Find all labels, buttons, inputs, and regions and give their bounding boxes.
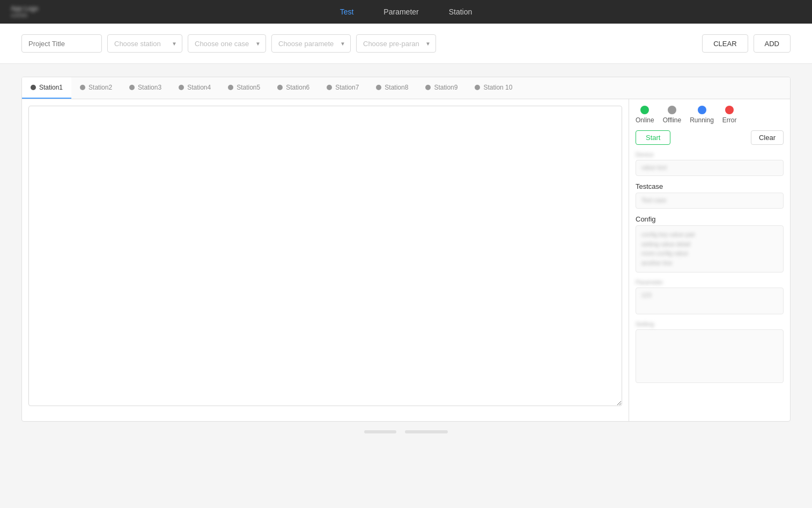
nav-test[interactable]: Test [336,5,358,18]
second-section: Setting [636,321,784,383]
station-tab-3[interactable]: Station3 [121,77,170,99]
panel-body: Online Offline Running Error [22,99,790,421]
log-textarea[interactable] [28,106,622,406]
toolbar: Choose station ▼ Choose one case ▼ Choos… [0,24,812,64]
parameter-section: Parameter 123 [636,279,784,314]
config-line3: more config value [641,249,778,259]
tab-dot-5 [228,85,233,90]
nav-station[interactable]: Station [445,5,477,18]
parameter-select[interactable]: Choose paramete [271,34,351,53]
tab-dot-3 [129,85,135,90]
station-tabs: Station1 Station2 Station3 Station4 Stat… [22,77,790,99]
device-value: value text [636,160,784,176]
tab-dot-10 [475,85,480,90]
offline-label: Offline [663,116,681,124]
preparam-select[interactable]: Choose pre-paran [356,34,436,53]
station-tab-6[interactable]: Station6 [269,77,318,99]
project-title-input[interactable] [21,34,102,53]
status-online: Online [636,106,654,124]
parameter-select-wrapper: Choose paramete ▼ [271,34,351,53]
testcase-value: Test case [636,193,784,209]
parameter-label: Parameter [636,279,784,285]
station-tab-5[interactable]: Station5 [219,77,269,99]
station-select-wrapper: Choose station ▼ [107,34,182,53]
station-tab-label-6: Station6 [286,84,309,91]
footer-hint [21,422,791,442]
testcase-value-text: Test case [641,197,666,203]
tab-dot-7 [327,85,332,90]
error-dot [725,106,734,114]
config-line4: another line [641,259,778,268]
station-tab-label-10: Station 10 [483,84,512,91]
station-tab-label-7: Station7 [335,84,359,91]
start-button[interactable]: Start [636,130,670,145]
tab-dot-6 [277,85,283,90]
main-content: Station1 Station2 Station3 Station4 Stat… [0,64,812,455]
case-select-wrapper: Choose one case ▼ [188,34,266,53]
device-section: Device value text [636,151,784,176]
station-tab-7[interactable]: Station7 [318,77,367,99]
station-tab-label-5: Station5 [237,84,260,91]
add-button[interactable]: ADD [754,34,791,53]
tab-dot-2 [80,85,85,90]
action-row: Start Clear [636,130,784,145]
station-tab-label-3: Station3 [138,84,161,91]
status-error: Error [722,106,737,124]
tab-dot-9 [425,85,431,90]
second-value [636,329,784,383]
device-label: Device [636,151,784,158]
testcase-section: Testcase Test case [636,182,784,209]
preparam-select-wrapper: Choose pre-paran ▼ [356,34,436,53]
status-running: Running [690,106,714,124]
running-label: Running [690,116,714,124]
nav-parameter[interactable]: Parameter [379,5,423,18]
station-tab-label-2: Station2 [88,84,112,91]
logo-line1: App Logo [11,5,38,12]
control-panel: Online Offline Running Error [629,99,790,421]
tab-dot-1 [31,85,36,90]
station-tab-2[interactable]: Station2 [71,77,121,99]
log-area [22,99,629,421]
online-label: Online [636,116,654,124]
station-tab-1[interactable]: Station1 [22,77,71,99]
status-offline: Offline [663,106,681,124]
config-section: Config config key value pair setting val… [636,215,784,273]
hint-bar-2 [405,430,448,433]
case-select[interactable]: Choose one case [188,34,266,53]
station-tab-4[interactable]: Station4 [170,77,219,99]
station-tab-label-9: Station9 [434,84,457,91]
top-nav: App Logo subtitle Test Parameter Station [0,0,812,24]
tab-dot-4 [179,85,184,90]
station-tab-8[interactable]: Station8 [367,77,417,99]
station-tab-10[interactable]: Station 10 [466,77,521,99]
testcase-label: Testcase [636,182,784,190]
tab-dot-8 [376,85,381,90]
config-line1: config key value pair [641,230,778,240]
running-dot [698,106,706,114]
station-tab-9[interactable]: Station9 [417,77,466,99]
station-select[interactable]: Choose station [107,34,182,53]
offline-dot [668,106,676,114]
logo-area: App Logo subtitle [11,5,38,19]
parameter-value: 123 [636,288,784,314]
station-tab-label-4: Station4 [187,84,211,91]
hint-bar-1 [364,430,396,433]
error-label: Error [722,116,737,124]
config-value: config key value pair setting value deta… [636,225,784,273]
logo-line2: subtitle [11,12,38,19]
second-label: Setting [636,321,784,327]
status-row: Online Offline Running Error [636,106,784,124]
device-value-text: value text [641,164,667,171]
online-dot [640,106,649,114]
config-label: Config [636,215,784,223]
small-clear-button[interactable]: Clear [751,130,784,145]
clear-button[interactable]: CLEAR [702,34,748,53]
station-tab-label-1: Station1 [39,84,63,91]
main-panel: Station1 Station2 Station3 Station4 Stat… [21,77,791,422]
config-line2: setting value detail [641,240,778,249]
station-tab-label-8: Station8 [385,84,408,91]
parameter-value-text: 123 [641,292,651,298]
